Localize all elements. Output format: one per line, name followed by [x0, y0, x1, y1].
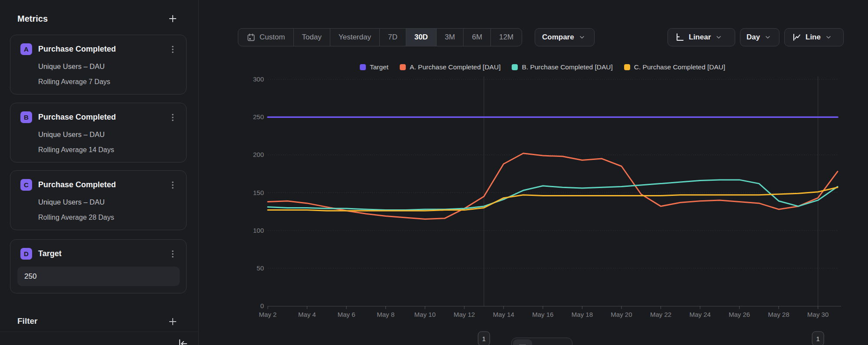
view-option-line[interactable]: [513, 339, 532, 345]
chevron-down-icon: [764, 34, 771, 41]
filter-title: Filter: [17, 316, 37, 326]
range-option-today[interactable]: Today: [293, 29, 330, 46]
target-value-input[interactable]: [17, 267, 180, 286]
x-axis-label: May 28: [768, 311, 789, 318]
metric-card-b[interactable]: BPurchase CompletedUnique Users – DAURol…: [10, 103, 187, 163]
legend-label: C. Purchase Completed [DAU]: [634, 63, 725, 71]
chart-type-select-button[interactable]: Line: [784, 28, 844, 46]
metric-card-c[interactable]: CPurchase CompletedUnique Users – DAURol…: [10, 170, 187, 230]
x-axis-label: May 12: [454, 311, 475, 318]
scale-select-button[interactable]: Linear: [667, 28, 735, 46]
line-chart-icon: [792, 33, 801, 42]
metric-title: Purchase Completed: [38, 113, 116, 122]
metric-options-button[interactable]: [167, 179, 178, 191]
granularity-label: Day: [746, 33, 760, 42]
annotation-badge-label: 1: [816, 335, 820, 342]
metrics-title: Metrics: [17, 14, 48, 24]
y-axis-label: 250: [253, 113, 264, 120]
metric-card-header: CPurchase Completed: [10, 171, 186, 191]
x-axis-label: May 22: [650, 311, 671, 318]
metric-subtitle: Unique Users – DAU: [38, 198, 186, 206]
y-axis-label: 150: [253, 189, 264, 196]
legend-swatch: [512, 64, 518, 70]
kebab-menu-icon: [168, 45, 177, 54]
legend-item[interactable]: Target: [360, 63, 388, 71]
metric-card-header: BPurchase Completed: [10, 103, 186, 123]
compare-label: Compare: [542, 33, 574, 42]
chart-type-label: Line: [806, 33, 821, 42]
metric-card-a[interactable]: APurchase CompletedUnique Users – DAURol…: [10, 35, 187, 94]
range-option-6m[interactable]: 6M: [463, 29, 490, 46]
metric-letter-badge: B: [20, 111, 32, 123]
range-option-label: 6M: [472, 33, 482, 42]
kebab-menu-icon: [168, 180, 177, 190]
x-axis-label: May 26: [729, 311, 750, 318]
legend-label: B. Purchase Completed [DAU]: [522, 63, 612, 71]
granularity-select-button[interactable]: Day: [740, 28, 779, 46]
legend-item[interactable]: A. Purchase Completed [DAU]: [400, 63, 500, 71]
metric-title: Target: [38, 249, 62, 258]
linear-axis-icon: [675, 33, 684, 42]
metric-options-button[interactable]: [167, 112, 178, 123]
legend-item[interactable]: C. Purchase Completed [DAU]: [624, 63, 725, 71]
x-axis-label: May 16: [532, 311, 553, 318]
metric-letter-badge: C: [20, 179, 32, 191]
range-option-yesterday[interactable]: Yesterday: [330, 29, 379, 46]
metric-options-button[interactable]: [167, 44, 178, 55]
metric-detail: Rolling Average 28 Days: [38, 214, 186, 221]
range-option-custom[interactable]: Custom: [238, 29, 293, 46]
annotation-badge-may-30[interactable]: 1: [812, 332, 824, 345]
annotation-badge-may-13[interactable]: 1: [478, 332, 490, 345]
x-axis-label: May 10: [414, 311, 436, 318]
x-axis-label: May 8: [377, 311, 395, 318]
x-axis-label: May 2: [259, 311, 277, 318]
collapse-sidebar-button[interactable]: [175, 337, 191, 345]
scale-label: Linear: [689, 33, 711, 42]
metric-card-header: DTarget: [10, 240, 186, 260]
chevron-down-icon: [825, 34, 832, 41]
chevron-down-icon: [579, 34, 585, 41]
range-option-30d[interactable]: 30D: [406, 29, 436, 46]
legend-swatch: [624, 64, 630, 70]
view-option-table[interactable]: [551, 339, 570, 345]
range-option-label: 12M: [499, 33, 513, 42]
y-axis-label: 50: [256, 264, 264, 272]
legend-label: A. Purchase Completed [DAU]: [410, 63, 500, 71]
kebab-menu-icon: [168, 113, 177, 122]
x-axis-label: May 6: [338, 311, 355, 318]
metric-options-button[interactable]: [167, 248, 178, 260]
range-option-label: Today: [302, 33, 322, 42]
range-option-label: Custom: [260, 33, 285, 42]
compare-button[interactable]: Compare: [535, 28, 595, 46]
annotation-badge-label: 1: [482, 335, 486, 342]
metric-detail: Rolling Average 7 Days: [38, 78, 186, 86]
metric-letter-badge: D: [20, 248, 32, 260]
metric-card-d[interactable]: DTarget: [10, 239, 187, 293]
legend-swatch: [360, 64, 366, 70]
series-line-c[interactable]: [268, 187, 838, 211]
x-axis-label: May 24: [689, 311, 710, 318]
metric-card-header: APurchase Completed: [10, 35, 186, 55]
range-option-7d[interactable]: 7D: [379, 29, 406, 46]
y-axis-label: 0: [260, 302, 264, 309]
range-option-3m[interactable]: 3M: [436, 29, 464, 46]
metric-title: Purchase Completed: [38, 45, 116, 54]
legend-item[interactable]: B. Purchase Completed [DAU]: [512, 63, 612, 71]
metric-title: Purchase Completed: [38, 180, 116, 189]
legend-label: Target: [370, 63, 388, 71]
plus-icon: [168, 316, 178, 327]
chevron-down-icon: [715, 34, 722, 41]
range-option-12m[interactable]: 12M: [490, 29, 522, 46]
collapse-panel-icon: [176, 337, 189, 345]
y-axis-label: 200: [253, 151, 264, 158]
x-axis-label: May 14: [493, 311, 514, 318]
metric-detail: Rolling Average 14 Days: [38, 146, 186, 154]
kebab-menu-icon: [168, 249, 177, 259]
calendar-icon: [247, 33, 256, 42]
y-axis-label: 300: [253, 75, 264, 83]
add-filter-button[interactable]: [166, 315, 179, 328]
view-option-bar[interactable]: [532, 339, 551, 345]
range-option-label: Yesterday: [339, 33, 371, 42]
add-metric-button[interactable]: [166, 12, 179, 25]
range-option-label: 7D: [388, 33, 398, 42]
